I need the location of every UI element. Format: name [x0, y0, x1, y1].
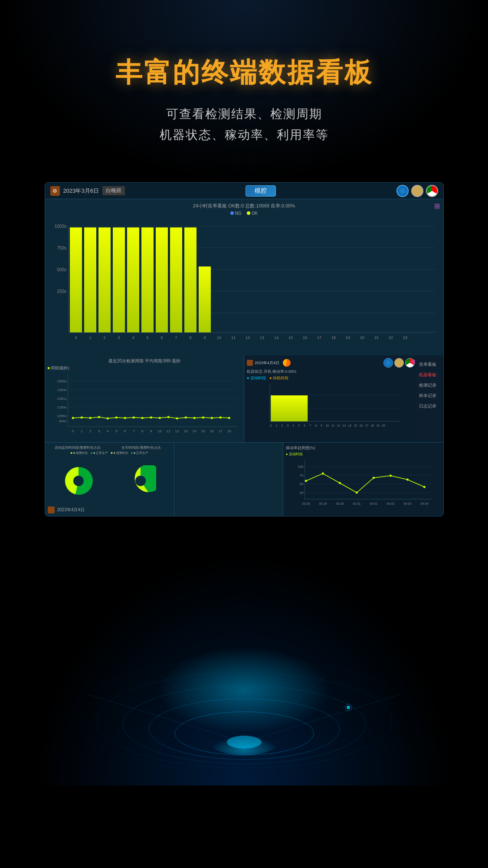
svg-text:10: 10 — [157, 429, 161, 433]
svg-text:10: 10 — [216, 335, 221, 340]
svg-point-63 — [115, 417, 117, 419]
globe-icon[interactable] — [396, 185, 409, 197]
svg-point-136 — [305, 480, 307, 482]
pie-status-icon — [283, 359, 291, 367]
column-toggle-icon[interactable]: ⊞ — [434, 202, 440, 210]
subtitle-line2: 机器状态、稼动率、利用率等 — [160, 125, 329, 145]
cycle-chart-svg: 1500s 1393s 1281s 1169s 1056s 944s — [48, 372, 242, 437]
svg-point-69 — [167, 416, 169, 418]
svg-text:7: 7 — [175, 335, 177, 340]
svg-text:1: 1 — [89, 335, 91, 340]
svg-line-159 — [88, 694, 244, 742]
svg-text:14: 14 — [348, 424, 351, 427]
svg-rect-13 — [98, 227, 111, 332]
sidebar-item-log[interactable]: 日志记录 — [416, 401, 440, 411]
svg-text:8: 8 — [315, 424, 317, 427]
middle-chart-row: 最近20次检测周期 平均周期:999 毫秒 ■ 周期(毫秒) 1500s 139… — [45, 355, 443, 442]
svg-text:100: 100 — [298, 465, 304, 469]
svg-rect-14 — [113, 227, 125, 332]
mid-right-header: 2023年4月4日 — [247, 358, 415, 368]
pie-legend-normal: ■ ■ 正常生产 — [91, 451, 108, 455]
svg-text:23: 23 — [403, 335, 407, 340]
cycle-chart-panel: 最近20次检测周期 平均周期:999 毫秒 ■ 周期(毫秒) 1500s 139… — [45, 355, 245, 442]
pie-legend-warn: ■ ■ 报警时长 — [70, 451, 88, 455]
svg-point-75 — [219, 417, 221, 419]
pie-title-1: 启动监控时间段/预警时长占比 — [48, 445, 108, 450]
user-avatar-icon[interactable] — [411, 185, 423, 197]
svg-text:500s: 500s — [57, 267, 66, 272]
machine-status-panel: 2023年4月4日 机器状态:开机 稼动率:0.83% ● 启动时段 ● 待机时… — [244, 355, 443, 442]
trend-legend: ● 启动时段 — [286, 452, 441, 457]
main-title: 丰富的终端数据看板 — [115, 54, 373, 91]
svg-text:12: 12 — [245, 335, 249, 340]
svg-point-138 — [339, 482, 341, 484]
pie-svg-1 — [63, 465, 94, 496]
sidebar-item-inspection[interactable]: 检测记录 — [416, 381, 440, 390]
svg-text:3: 3 — [98, 429, 100, 433]
svg-text:04-04: 04-04 — [420, 502, 428, 505]
svg-rect-12 — [84, 227, 96, 332]
svg-text:0: 0 — [75, 335, 77, 340]
sidebar-menu: 良率看板 机器看板 检测记录 样本记录 日志记录 — [415, 358, 441, 440]
svg-text:17: 17 — [218, 429, 222, 433]
header-mode: 模腔 — [246, 185, 276, 197]
svg-text:1: 1 — [275, 424, 277, 427]
svg-text:4: 4 — [132, 335, 134, 340]
header-left: ⚙ 2023年3月6日 白晚班 — [50, 186, 125, 196]
pie-titles: 启动监控时间段/预警时长占比 全天时间段/预警时长占比 — [48, 445, 171, 450]
svg-text:1500s: 1500s — [57, 379, 66, 383]
svg-text:15: 15 — [354, 424, 357, 427]
machine-stat: 机器状态:开机 稼动率:0.83% — [247, 369, 415, 375]
svg-text:19: 19 — [376, 424, 380, 427]
svg-text:14: 14 — [274, 335, 278, 340]
subtitle: 可查看检测结果、检测周期 机器状态、稼动率、利用率等 — [160, 104, 329, 145]
pie-legend: ■ ■ 报警时长 ■ ■ 正常生产 ■ ■ 报警时长 ■ ■ 正常生产 — [48, 451, 171, 455]
header-logo-icon: ⚙ — [50, 186, 60, 196]
svg-point-123 — [73, 476, 84, 486]
svg-text:3: 3 — [287, 424, 288, 427]
svg-point-59 — [80, 417, 82, 419]
bot-footer-icon — [48, 506, 55, 513]
svg-text:0: 0 — [72, 429, 74, 433]
mid-right-date: 2023年4月4日 — [255, 360, 279, 366]
svg-point-72 — [193, 417, 195, 419]
svg-rect-11 — [70, 227, 82, 332]
svg-text:16: 16 — [302, 335, 307, 340]
svg-text:4: 4 — [292, 424, 294, 427]
header-shift: 白晚班 — [102, 186, 125, 195]
svg-text:9: 9 — [203, 335, 206, 340]
svg-text:0: 0 — [270, 424, 272, 427]
language-flag-icon[interactable] — [426, 185, 438, 197]
svg-text:50: 50 — [299, 482, 303, 486]
top-chart-legend: NG OK — [49, 211, 440, 216]
sidebar-item-yield[interactable]: 良率看板 — [416, 360, 440, 369]
svg-text:18: 18 — [370, 424, 374, 427]
svg-text:7: 7 — [309, 424, 311, 427]
svg-point-65 — [132, 417, 134, 419]
svg-point-62 — [106, 418, 108, 420]
svg-point-67 — [150, 417, 152, 419]
svg-point-68 — [158, 417, 160, 419]
svg-point-73 — [202, 417, 204, 419]
svg-point-142 — [406, 479, 409, 481]
svg-text:3: 3 — [118, 335, 120, 340]
svg-text:19: 19 — [345, 335, 350, 340]
mid-right-inner: 2023年4月4日 机器状态:开机 稼动率:0.83% ● 启动时段 ● 待机时… — [247, 358, 441, 440]
sidebar-item-sample[interactable]: 样本记录 — [416, 391, 440, 401]
svg-text:5: 5 — [115, 429, 118, 433]
svg-text:20: 20 — [382, 424, 385, 427]
svg-point-76 — [228, 417, 230, 419]
svg-text:12: 12 — [175, 429, 179, 433]
svg-text:04-02: 04-02 — [386, 502, 394, 505]
pie-charts-panel: 启动监控时间段/预警时长占比 全天时间段/预警时长占比 ■ ■ 报警时长 ■ ■… — [45, 443, 174, 516]
legend-ok: OK — [247, 211, 258, 216]
svg-text:15: 15 — [201, 429, 205, 433]
svg-text:17: 17 — [365, 424, 368, 427]
svg-text:250s: 250s — [57, 289, 66, 294]
bottom-mid-panel — [174, 443, 283, 516]
svg-text:12: 12 — [337, 424, 340, 427]
sidebar-item-machine[interactable]: 机器看板 — [416, 370, 440, 380]
svg-text:6: 6 — [124, 429, 126, 433]
mid-right-toggle-icon[interactable]: ⊞ — [410, 358, 416, 365]
svg-text:16: 16 — [210, 429, 213, 433]
